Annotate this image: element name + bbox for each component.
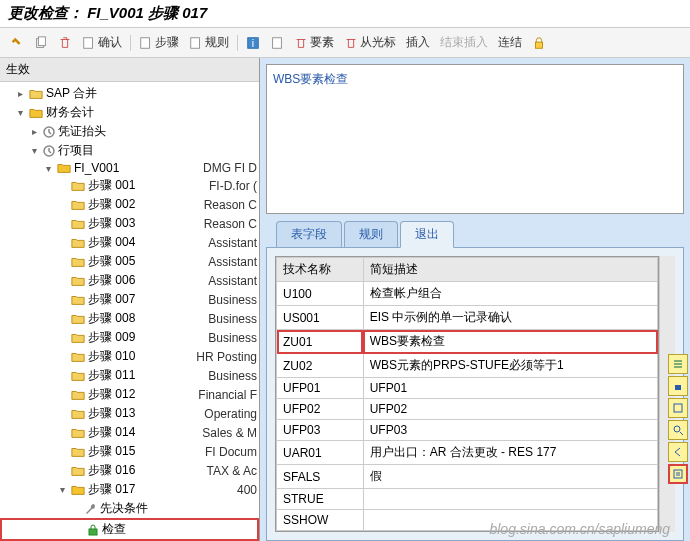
expand-icon[interactable]: ▾ <box>42 163 54 174</box>
paste-icon[interactable] <box>266 34 288 52</box>
tree-desc: Reason C <box>196 217 257 231</box>
cell-tech[interactable]: UFP02 <box>277 399 364 420</box>
side-form-icon[interactable] <box>668 464 688 484</box>
side-menu-icon[interactable] <box>668 354 688 374</box>
connect-button[interactable]: 连结 <box>494 32 526 53</box>
cell-tech[interactable]: U100 <box>277 282 364 306</box>
side-back-icon[interactable] <box>668 442 688 462</box>
svg-rect-16 <box>674 470 682 478</box>
cell-desc[interactable]: UFP01 <box>363 378 657 399</box>
cell-tech[interactable]: US001 <box>277 306 364 330</box>
cell-tech[interactable]: ZU02 <box>277 354 364 378</box>
info-icon[interactable]: i <box>242 34 264 52</box>
tree-item[interactable]: ▾行项目 <box>0 141 259 160</box>
tree-desc: Sales & M <box>194 426 257 440</box>
tree-item[interactable]: ▾FI_V001DMG FI D <box>0 160 259 176</box>
grid-row[interactable]: US001EIS 中示例的单一记录确认 <box>277 306 658 330</box>
insert-button[interactable]: 插入 <box>402 32 434 53</box>
lock-toolbar-icon[interactable] <box>528 34 550 52</box>
cell-tech[interactable]: UAR01 <box>277 441 364 465</box>
tree-item[interactable]: ▾财务会计 <box>0 103 259 122</box>
tree-item[interactable]: 步骤 003Reason C <box>0 214 259 233</box>
tree-desc: TAX & Ac <box>199 464 257 478</box>
col-tech-name[interactable]: 技术名称 <box>277 258 364 282</box>
cell-desc[interactable]: 假 <box>363 465 657 489</box>
grid-row[interactable]: ZU02WBS元素的PRPS-STUFE必须等于1 <box>277 354 658 378</box>
cell-desc[interactable]: WBS要素检查 <box>363 330 657 354</box>
tab-fields[interactable]: 表字段 <box>276 221 342 247</box>
side-search-icon[interactable] <box>668 420 688 440</box>
grid-row[interactable]: UFP03UFP03 <box>277 420 658 441</box>
cell-tech[interactable]: UFP03 <box>277 420 364 441</box>
tree-item[interactable]: 检查 <box>0 518 259 541</box>
cell-desc[interactable]: 用户出口：AR 合法更改 - RES 177 <box>363 441 657 465</box>
expand-icon[interactable]: ▸ <box>28 126 40 137</box>
col-short-desc[interactable]: 简短描述 <box>363 258 657 282</box>
tree-label: FI_V001 <box>74 161 119 175</box>
cell-desc[interactable] <box>363 489 657 510</box>
cell-desc[interactable] <box>363 510 657 531</box>
exit-grid[interactable]: 技术名称简短描述 U100检查帐户组合US001EIS 中示例的单一记录确认ZU… <box>275 256 659 532</box>
tree-label: 步骤 002 <box>88 196 135 213</box>
cell-desc[interactable]: UFP03 <box>363 420 657 441</box>
tree-item[interactable]: 步骤 001FI-D.for ( <box>0 176 259 195</box>
grid-row[interactable]: SSHOW <box>277 510 658 531</box>
tree-desc: Reason C <box>196 198 257 212</box>
tree-item[interactable]: ▸SAP 合并 <box>0 84 259 103</box>
tree-item[interactable]: 步骤 011Business <box>0 366 259 385</box>
tree-label: 步骤 016 <box>88 462 135 479</box>
tree-item[interactable]: 步骤 006Assistant <box>0 271 259 290</box>
expand-icon[interactable]: ▸ <box>14 88 26 99</box>
tree-item[interactable]: 步骤 009Business <box>0 328 259 347</box>
copy-icon[interactable] <box>30 34 52 52</box>
tree-item[interactable]: 步骤 008Business <box>0 309 259 328</box>
rule-button[interactable]: 规则 <box>185 32 233 53</box>
expand-icon[interactable]: ▾ <box>28 145 40 156</box>
grid-row[interactable]: UFP02UFP02 <box>277 399 658 420</box>
tool-icon[interactable] <box>6 34 28 52</box>
cell-desc[interactable]: UFP02 <box>363 399 657 420</box>
tree-item[interactable]: 步骤 010HR Posting <box>0 347 259 366</box>
delete-element-button[interactable]: 要素 <box>290 32 338 53</box>
tree-item[interactable]: 步骤 002Reason C <box>0 195 259 214</box>
tree-item[interactable]: 先决条件 <box>0 499 259 518</box>
expand-icon[interactable]: ▾ <box>14 107 26 118</box>
tree-label: 行项目 <box>58 142 94 159</box>
grid-row[interactable]: ZU01WBS要素检查 <box>277 330 658 354</box>
expand-icon[interactable]: ▾ <box>56 484 68 495</box>
tab-exit[interactable]: 退出 <box>400 221 454 248</box>
tree-item[interactable]: 步骤 005Assistant <box>0 252 259 271</box>
tree-item[interactable]: 步骤 012Financial F <box>0 385 259 404</box>
tab-rules[interactable]: 规则 <box>344 221 398 247</box>
cell-tech[interactable]: SFALS <box>277 465 364 489</box>
tree-item[interactable]: ▸凭证抬头 <box>0 122 259 141</box>
grid-row[interactable]: UFP01UFP01 <box>277 378 658 399</box>
tree-item[interactable]: 步骤 015FI Docum <box>0 442 259 461</box>
side-lock-icon[interactable] <box>668 376 688 396</box>
tree-item[interactable]: 步骤 004Assistant <box>0 233 259 252</box>
grid-row[interactable]: U100检查帐户组合 <box>277 282 658 306</box>
delete-icon[interactable] <box>54 34 76 52</box>
end-insert-button[interactable]: 结束插入 <box>436 32 492 53</box>
tree-item[interactable]: ▾步骤 017400 <box>0 480 259 499</box>
cell-desc[interactable]: 检查帐户组合 <box>363 282 657 306</box>
cell-desc[interactable]: EIS 中示例的单一记录确认 <box>363 306 657 330</box>
side-view-icon[interactable] <box>668 398 688 418</box>
cell-desc[interactable]: WBS元素的PRPS-STUFE必须等于1 <box>363 354 657 378</box>
cell-tech[interactable]: SSHOW <box>277 510 364 531</box>
tree-label: 步骤 001 <box>88 177 135 194</box>
grid-row[interactable]: SFALS假 <box>277 465 658 489</box>
tree-item[interactable]: 步骤 014Sales & M <box>0 423 259 442</box>
tree-item[interactable]: 步骤 013Operating <box>0 404 259 423</box>
tree-item[interactable]: 步骤 007Business <box>0 290 259 309</box>
tree-item[interactable]: 步骤 016TAX & Ac <box>0 461 259 480</box>
cell-tech[interactable]: UFP01 <box>277 378 364 399</box>
grid-row[interactable]: STRUE <box>277 489 658 510</box>
tree[interactable]: ▸SAP 合并▾财务会计▸凭证抬头▾行项目▾FI_V001DMG FI D步骤 … <box>0 82 259 541</box>
from-cursor-button[interactable]: 从光标 <box>340 32 400 53</box>
confirm-button[interactable]: 确认 <box>78 32 126 53</box>
cell-tech[interactable]: ZU01 <box>277 330 364 354</box>
cell-tech[interactable]: STRUE <box>277 489 364 510</box>
grid-row[interactable]: UAR01用户出口：AR 合法更改 - RES 177 <box>277 441 658 465</box>
step-button[interactable]: 步骤 <box>135 32 183 53</box>
